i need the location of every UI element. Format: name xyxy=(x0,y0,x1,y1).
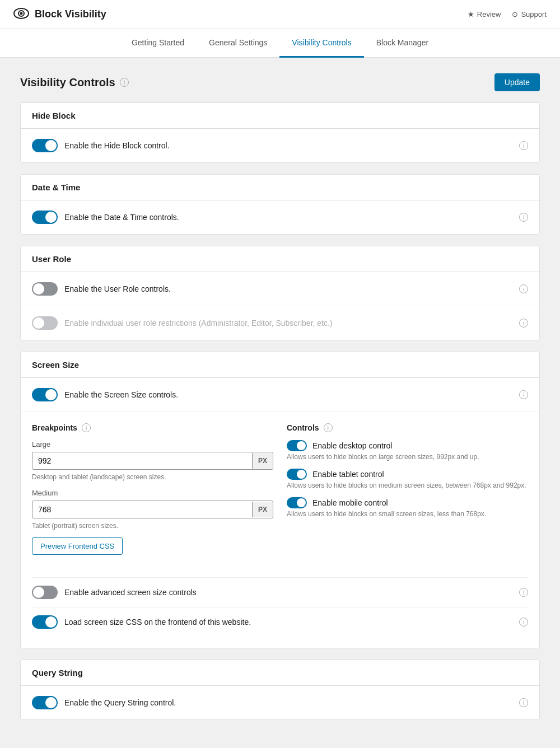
main-content: Visibility Controls i Update Hide Block … xyxy=(11,73,549,720)
user-role-sub-info-icon[interactable]: i xyxy=(519,319,528,328)
user-role-main-row: Enable the User Role controls. i xyxy=(21,272,539,306)
medium-help: Tablet (portrait) screen sizes. xyxy=(32,522,273,530)
hide-block-toggle[interactable] xyxy=(32,139,58,152)
large-unit: PX xyxy=(252,453,273,469)
tablet-control-row: Enable tablet control Allows users to hi… xyxy=(287,469,528,489)
preview-css-button[interactable]: Preview Frontend CSS xyxy=(32,537,123,555)
date-time-toggle[interactable] xyxy=(32,211,58,224)
screen-size-main-toggle[interactable] xyxy=(32,388,58,401)
page-header: Visibility Controls i Update xyxy=(20,73,540,91)
mobile-label: Enable mobile control xyxy=(312,498,388,507)
nav-tabs: Getting Started General Settings Visibil… xyxy=(0,29,560,58)
review-link[interactable]: ★ Review xyxy=(468,10,501,18)
query-string-header: Query String xyxy=(21,660,539,686)
tab-general-settings[interactable]: General Settings xyxy=(197,29,279,58)
tab-visibility-controls[interactable]: Visibility Controls xyxy=(279,29,363,58)
large-help: Desktop and tablet (landscape) screen si… xyxy=(32,473,273,481)
user-role-sub-row: Enable individual user role restrictions… xyxy=(21,306,539,340)
date-time-section: Date & Time Enable the Date & Time contr… xyxy=(20,174,540,235)
desktop-desc: Allows users to hide blocks on large scr… xyxy=(287,453,528,461)
medium-input-wrapper: PX xyxy=(32,501,273,518)
breakpoints-title: Breakpoints xyxy=(32,423,77,432)
user-role-section: User Role Enable the User Role controls.… xyxy=(20,246,540,340)
advanced-toggle-row: Enable advanced screen size controls i xyxy=(32,578,528,607)
screen-size-header: Screen Size xyxy=(21,352,539,378)
support-link[interactable]: ⊙ Support xyxy=(512,10,547,18)
help-icon: ⊙ xyxy=(512,10,518,18)
load-css-info-icon[interactable]: i xyxy=(519,618,528,627)
app-branding: Block Visibility xyxy=(13,8,106,21)
user-role-label: Enable the User Role controls. xyxy=(64,284,171,293)
tablet-desc: Allows users to hide blocks on medium sc… xyxy=(287,481,528,489)
advanced-toggle[interactable] xyxy=(32,586,58,599)
query-string-section: Query String Enable the Query String con… xyxy=(20,660,540,720)
advanced-label: Enable advanced screen size controls xyxy=(64,588,197,597)
load-css-label: Load screen size CSS on the frontend of … xyxy=(64,618,251,627)
tab-block-manager[interactable]: Block Manager xyxy=(364,29,441,58)
tablet-label: Enable tablet control xyxy=(312,470,384,479)
hide-block-info-icon[interactable]: i xyxy=(519,141,528,150)
medium-unit: PX xyxy=(252,502,273,517)
user-role-toggle[interactable] xyxy=(32,282,58,296)
query-string-info-icon[interactable]: i xyxy=(519,698,528,707)
large-label: Large xyxy=(32,440,273,448)
date-time-label: Enable the Date & Time controls. xyxy=(64,213,179,222)
user-role-info-icon[interactable]: i xyxy=(519,284,528,293)
screen-size-main-label: Enable the Screen Size controls. xyxy=(64,390,178,399)
breakpoints-info-icon[interactable]: i xyxy=(82,423,91,432)
update-button[interactable]: Update xyxy=(494,73,540,91)
query-string-toggle[interactable] xyxy=(32,696,58,709)
screen-size-info-icon[interactable]: i xyxy=(519,390,528,399)
hide-block-row: Enable the Hide Block control. i xyxy=(21,129,539,162)
medium-label: Medium xyxy=(32,489,273,497)
screen-size-body: Breakpoints i Large PX Desktop and table… xyxy=(21,412,539,648)
screen-size-grid: Breakpoints i Large PX Desktop and table… xyxy=(32,423,528,566)
user-role-sub-toggle[interactable] xyxy=(32,316,58,330)
load-css-toggle[interactable] xyxy=(32,615,58,629)
query-string-label: Enable the Query String control. xyxy=(64,698,176,707)
screen-size-bottom-rows: Enable advanced screen size controls i L… xyxy=(32,577,528,637)
top-bar: Block Visibility ★ Review ⊙ Support xyxy=(0,0,560,29)
page-title-info-icon[interactable]: i xyxy=(120,78,129,87)
screen-size-main-row: Enable the Screen Size controls. i xyxy=(21,378,539,412)
app-name: Block Visibility xyxy=(35,8,106,20)
svg-point-2 xyxy=(20,12,23,15)
controls-info-icon[interactable]: i xyxy=(324,423,333,432)
desktop-toggle[interactable] xyxy=(287,440,307,451)
controls-col: Controls i Enable desktop control Allows… xyxy=(287,423,528,566)
top-bar-actions: ★ Review ⊙ Support xyxy=(468,10,547,18)
tab-getting-started[interactable]: Getting Started xyxy=(119,29,197,58)
large-input[interactable] xyxy=(32,452,252,469)
page-title: Visibility Controls i xyxy=(20,76,129,89)
mobile-toggle[interactable] xyxy=(287,497,307,508)
large-input-wrapper: PX xyxy=(32,452,273,470)
load-css-toggle-row: Load screen size CSS on the frontend of … xyxy=(32,607,528,637)
tablet-toggle[interactable] xyxy=(287,469,307,480)
medium-input[interactable] xyxy=(32,501,252,518)
advanced-info-icon[interactable]: i xyxy=(519,588,528,597)
controls-title: Controls xyxy=(287,423,319,432)
hide-block-header: Hide Block xyxy=(21,103,539,129)
date-time-row: Enable the Date & Time controls. i xyxy=(21,200,539,234)
query-string-row: Enable the Query String control. i xyxy=(21,686,539,719)
user-role-sub-label: Enable individual user role restrictions… xyxy=(64,319,333,328)
user-role-header: User Role xyxy=(21,246,539,272)
hide-block-section: Hide Block Enable the Hide Block control… xyxy=(20,102,540,163)
breakpoints-col: Breakpoints i Large PX Desktop and table… xyxy=(32,423,273,566)
date-time-header: Date & Time xyxy=(21,175,539,200)
hide-block-label: Enable the Hide Block control. xyxy=(64,141,170,150)
desktop-label: Enable desktop control xyxy=(312,441,392,450)
eye-icon xyxy=(13,8,29,21)
desktop-control-row: Enable desktop control Allows users to h… xyxy=(287,440,528,461)
mobile-desc: Allows users to hide blocks on small scr… xyxy=(287,510,528,518)
star-icon: ★ xyxy=(468,10,474,18)
screen-size-section: Screen Size Enable the Screen Size contr… xyxy=(20,352,540,648)
mobile-control-row: Enable mobile control Allows users to hi… xyxy=(287,497,528,518)
date-time-info-icon[interactable]: i xyxy=(519,213,528,222)
